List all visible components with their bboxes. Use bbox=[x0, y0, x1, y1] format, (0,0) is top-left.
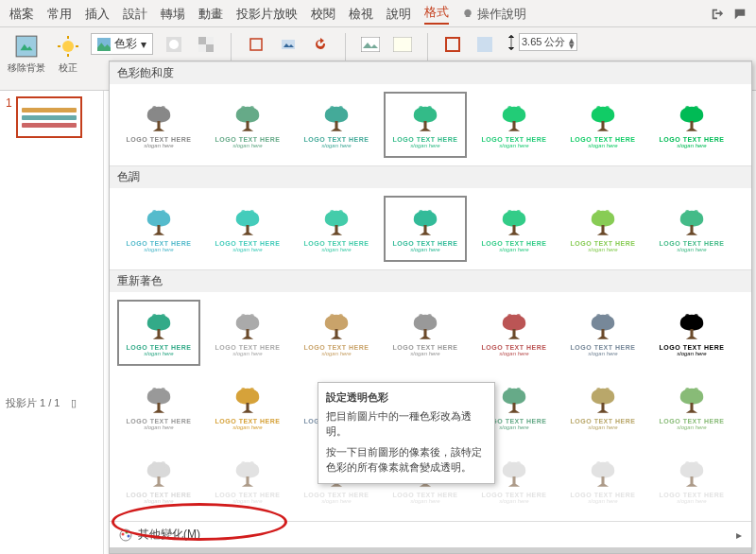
thumb-caption: LOGO TEXT HERE bbox=[127, 240, 192, 247]
thumb-subcaption: slogan here bbox=[499, 351, 528, 356]
tab-review[interactable]: 校閱 bbox=[311, 6, 335, 23]
color-variant-thumb[interactable]: LOGO TEXT HEREslogan here bbox=[650, 196, 733, 262]
svg-point-86 bbox=[415, 318, 420, 322]
artistic-effects-button[interactable] bbox=[163, 33, 185, 56]
color-variant-thumb[interactable]: LOGO TEXT HEREslogan here bbox=[561, 447, 644, 513]
color-variant-thumb[interactable]: LOGO TEXT HEREslogan here bbox=[117, 92, 200, 158]
artistic-icon bbox=[166, 37, 181, 52]
color-variant-thumb[interactable]: LOGO TEXT HEREslogan here bbox=[295, 300, 378, 366]
color-variant-thumb[interactable]: LOGO TEXT HEREslogan here bbox=[561, 373, 644, 440]
color-variant-thumb[interactable]: LOGO TEXT HEREslogan here bbox=[472, 300, 556, 366]
color-variant-thumb[interactable]: LOGO TEXT HEREslogan here bbox=[650, 447, 733, 513]
color-variant-thumb[interactable]: LOGO TEXT HEREslogan here bbox=[561, 300, 644, 366]
svg-point-149 bbox=[516, 460, 521, 465]
picture-effects-button[interactable] bbox=[473, 33, 496, 56]
thumb-subcaption: slogan here bbox=[321, 351, 351, 356]
color-variant-thumb[interactable]: LOGO TEXT HEREslogan here bbox=[295, 92, 378, 158]
svg-point-127 bbox=[698, 391, 703, 396]
tab-animations[interactable]: 動畫 bbox=[198, 6, 223, 23]
svg-point-58 bbox=[415, 214, 420, 218]
color-variant-thumb[interactable]: LOGO TEXT HEREslogan here bbox=[472, 196, 556, 262]
thumb-caption: LOGO TEXT HERE bbox=[304, 344, 369, 351]
tab-design[interactable]: 設計 bbox=[123, 6, 147, 23]
menu-set-transparent-color[interactable]: 設定透明色彩(S) bbox=[110, 547, 751, 554]
color-variant-thumb[interactable]: LOGO TEXT HEREslogan here bbox=[650, 373, 733, 440]
reset-picture-button[interactable] bbox=[309, 33, 332, 56]
svg-point-131 bbox=[165, 465, 170, 470]
color-variant-thumb[interactable]: LOGO TEXT HEREslogan here bbox=[650, 300, 733, 366]
corrections-button[interactable]: 校正 bbox=[55, 33, 81, 75]
slide-thumb-1[interactable]: 1 bbox=[6, 96, 97, 138]
thumb-subcaption: slogan here bbox=[321, 143, 351, 148]
language-indicator: ▯ bbox=[71, 397, 77, 408]
svg-point-100 bbox=[685, 313, 690, 318]
color-variant-thumb[interactable]: LOGO TEXT HEREslogan here bbox=[206, 373, 289, 440]
svg-point-93 bbox=[516, 313, 521, 318]
svg-point-153 bbox=[605, 460, 610, 465]
svg-point-69 bbox=[605, 209, 610, 214]
thumb-subcaption: slogan here bbox=[232, 498, 262, 504]
color-variant-thumb[interactable]: LOGO TEXT HEREslogan here bbox=[384, 92, 467, 158]
picture-border-button[interactable] bbox=[441, 33, 464, 56]
thumb-caption: LOGO TEXT HERE bbox=[660, 492, 725, 498]
svg-point-155 bbox=[698, 465, 703, 470]
tell-me-label: 操作說明 bbox=[477, 6, 526, 23]
color-variant-thumb[interactable]: LOGO TEXT HEREslogan here bbox=[384, 196, 467, 262]
color-variant-thumb[interactable]: LOGO TEXT HEREslogan here bbox=[561, 92, 644, 158]
color-variant-thumb[interactable]: LOGO TEXT HEREslogan here bbox=[206, 196, 289, 262]
svg-point-32 bbox=[419, 105, 423, 110]
color-dropdown-button[interactable]: 色彩 ▾ bbox=[91, 33, 153, 55]
svg-point-24 bbox=[241, 105, 246, 110]
picture-style-1[interactable] bbox=[359, 33, 382, 56]
color-variant-thumb[interactable]: LOGO TEXT HEREslogan here bbox=[117, 447, 200, 513]
color-variant-thumb[interactable]: LOGO TEXT HEREslogan here bbox=[384, 300, 467, 366]
tab-file[interactable]: 檔案 bbox=[9, 6, 34, 23]
tell-me-search[interactable]: 操作說明 bbox=[462, 6, 526, 23]
svg-point-59 bbox=[432, 214, 437, 218]
color-variant-thumb[interactable]: LOGO TEXT HEREslogan here bbox=[650, 92, 733, 158]
thumb-subcaption: slogan here bbox=[321, 247, 351, 252]
tab-transitions[interactable]: 轉場 bbox=[161, 6, 185, 23]
color-variant-thumb[interactable]: LOGO TEXT HEREslogan here bbox=[206, 92, 289, 158]
tab-insert[interactable]: 插入 bbox=[85, 6, 110, 23]
color-variant-thumb[interactable]: LOGO TEXT HEREslogan here bbox=[472, 92, 556, 158]
color-variant-thumb[interactable]: LOGO TEXT HEREslogan here bbox=[206, 300, 289, 366]
thumb-caption: LOGO TEXT HERE bbox=[571, 492, 636, 498]
svg-point-107 bbox=[254, 391, 259, 396]
color-variant-thumb[interactable]: LOGO TEXT HEREslogan here bbox=[295, 196, 378, 262]
tab-home[interactable]: 常用 bbox=[47, 6, 72, 23]
color-variant-thumb[interactable]: LOGO TEXT HEREslogan here bbox=[206, 447, 289, 513]
color-variant-thumb[interactable]: LOGO TEXT HEREslogan here bbox=[561, 196, 644, 262]
picture-style-2[interactable] bbox=[391, 33, 414, 56]
svg-point-151 bbox=[610, 465, 614, 470]
share-icon[interactable] bbox=[711, 8, 724, 21]
svg-point-20 bbox=[152, 105, 157, 110]
svg-point-62 bbox=[504, 214, 508, 218]
thumb-caption: LOGO TEXT HERE bbox=[215, 344, 281, 351]
tab-help[interactable]: 說明 bbox=[387, 6, 411, 23]
menu-more-variations[interactable]: 其他變化(M) ▸ bbox=[110, 522, 751, 547]
thumb-caption: LOGO TEXT HERE bbox=[393, 136, 458, 143]
color-variant-thumb[interactable]: LOGO TEXT HEREslogan here bbox=[117, 300, 200, 366]
svg-point-126 bbox=[681, 391, 686, 396]
svg-point-82 bbox=[326, 318, 331, 322]
comments-icon[interactable] bbox=[733, 8, 747, 21]
color-variant-thumb[interactable]: LOGO TEXT HEREslogan here bbox=[117, 196, 200, 262]
tab-slideshow[interactable]: 投影片放映 bbox=[236, 6, 298, 23]
change-picture-button[interactable] bbox=[277, 33, 300, 56]
tab-view[interactable]: 檢視 bbox=[349, 6, 373, 23]
height-spinner[interactable]: 3.65 公分 ▴▾ bbox=[519, 33, 577, 51]
remove-background-button[interactable]: 移除背景 bbox=[8, 33, 45, 75]
color-variant-thumb[interactable]: LOGO TEXT HEREslogan here bbox=[117, 373, 200, 440]
svg-point-87 bbox=[432, 318, 437, 322]
effects-icon bbox=[477, 37, 492, 52]
svg-point-41 bbox=[605, 105, 610, 110]
tab-format[interactable]: 格式 bbox=[424, 4, 449, 25]
svg-point-102 bbox=[148, 391, 153, 396]
compress-button[interactable] bbox=[245, 33, 267, 56]
panel-menu: 其他變化(M) ▸ 設定透明色彩(S) 圖片色彩選項(O) bbox=[110, 521, 751, 554]
transparency-button[interactable] bbox=[195, 33, 217, 56]
svg-point-36 bbox=[507, 105, 512, 110]
svg-point-34 bbox=[504, 110, 508, 114]
thumb-caption: LOGO TEXT HERE bbox=[660, 240, 725, 247]
